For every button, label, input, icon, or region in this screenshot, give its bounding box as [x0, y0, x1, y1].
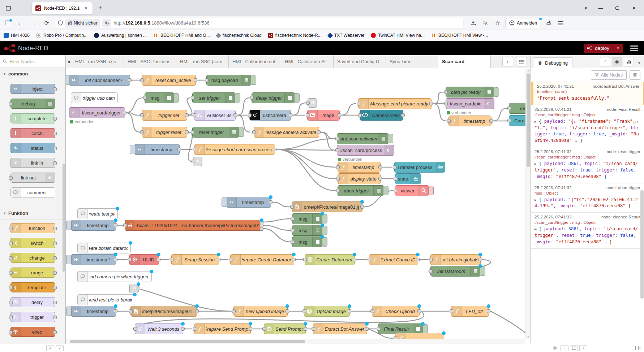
tab-scroll-left-icon[interactable]: ◀ [66, 55, 72, 68]
input-port[interactable] [9, 330, 13, 334]
node-fn-set-bbrain-globals[interactable]: ƒset bbrain globals [430, 254, 481, 265]
output-port[interactable] [304, 327, 307, 331]
bookmark-item[interactable]: Auswertung | sonnen ... [94, 33, 147, 38]
node-fn-trigger-reset[interactable]: ƒtrigger reset [142, 127, 187, 138]
input-port[interactable] [9, 316, 13, 319]
node-image[interactable]: image [307, 110, 340, 121]
output-port[interactable] [53, 301, 57, 304]
dashboard-tab-icon[interactable] [624, 57, 634, 66]
node-debug-reset-trigger[interactable]: reset trigger [192, 127, 239, 138]
signin-button[interactable]: Anmelden [505, 18, 541, 28]
input-port[interactable] [357, 102, 360, 105]
node-fn-timestamp-transfer[interactable]: ƒtimestamp [338, 162, 381, 173]
node-fn-extract-bot-answer[interactable]: ƒExtract Bot Answer [313, 323, 367, 334]
input-port[interactable] [128, 258, 132, 261]
palette-node-comment[interactable]: comment [10, 187, 55, 197]
node-comment-trigger-usb-cam[interactable]: trigger usb cam [71, 92, 118, 103]
back-icon[interactable]: ← [16, 18, 25, 28]
output-port[interactable] [53, 242, 57, 245]
node-fn-display-state[interactable]: ƒdisplay state [338, 173, 381, 184]
node-usbcamera[interactable]: usbcamera [249, 110, 291, 121]
input-port[interactable] [193, 113, 196, 117]
translate-icon[interactable]: x̄A [481, 18, 490, 28]
palette-node-link-in[interactable]: link in [10, 158, 55, 168]
node-file-write-image01[interactable]: /home/pi/Pictures/image01.jpg [292, 201, 362, 212]
url-bar[interactable]: Nicht sicher http://192.168.0.5:1880/#fl… [55, 18, 463, 29]
output-port[interactable] [181, 327, 185, 331]
console-expand-icon[interactable] [634, 345, 642, 351]
palette-node-change[interactable]: change [10, 253, 55, 263]
node-fn-message-abort-card-scan[interactable]: ƒMessage abort card scan process [194, 144, 275, 155]
bookmark-item[interactable]: ⊕Robo Pro / Computin... [36, 33, 87, 38]
node-comment-create-test-pic[interactable]: create test pic [77, 208, 118, 219]
output-port[interactable] [53, 256, 57, 260]
node-link-out-top[interactable] [308, 98, 317, 108]
url-text[interactable]: http://192.168.0.5:1880/#flow/d86a4a19.6… [113, 20, 209, 26]
input-port[interactable] [447, 119, 451, 123]
output-port[interactable] [123, 111, 126, 114]
debug-toggle-button[interactable] [235, 93, 240, 103]
output-port[interactable] [114, 223, 117, 227]
bookmark-item[interactable]: TXT Webserver [328, 33, 365, 38]
extensions-icon[interactable] [544, 18, 553, 28]
node-fn-led-off[interactable]: ƒLED_off [451, 306, 489, 317]
input-port[interactable] [133, 327, 137, 331]
node-ui-camera-view[interactable]: Camera view [360, 110, 403, 121]
output-port[interactable] [233, 113, 237, 117]
node-comment-send-test-pic[interactable]: send test pic to bbrain [77, 294, 135, 305]
output-port[interactable] [429, 102, 433, 105]
palette-node-template[interactable]: {template [10, 282, 55, 292]
output-port[interactable] [157, 258, 160, 261]
node-trigger-ausloeser-3s[interactable]: Auslöser 3s [194, 110, 236, 121]
output-port[interactable] [417, 309, 421, 313]
palette-scrollbar[interactable] [63, 164, 65, 272]
node-debug-delay-trigger[interactable]: delay trigger [252, 92, 295, 103]
debug-toggle-button[interactable] [294, 93, 300, 103]
node-debug-msg-2[interactable]: msg [292, 225, 323, 236]
node-fn-check-upload[interactable]: ƒCheck Upload [372, 306, 420, 317]
output-port[interactable] [378, 165, 382, 169]
node-debug-set-trigger[interactable]: set trigger [192, 92, 236, 103]
node-inject-timestamp-test[interactable]: timestamp [71, 220, 116, 231]
output-port[interactable] [53, 286, 57, 290]
input-port[interactable] [9, 271, 13, 275]
node-comment-create-bbrain-dataroom[interactable]: create bbrain dataroom [77, 243, 131, 253]
input-port[interactable] [336, 189, 340, 192]
palette-node-complete[interactable]: complete [10, 113, 55, 123]
palette-node-exec[interactable]: exec [10, 327, 55, 337]
flow-tab-sync-time[interactable]: Sync Time [386, 55, 438, 68]
node-fn-prepare-create-dataroom[interactable]: ƒPrepare Create Dataroom [230, 254, 294, 265]
palette-node-link-out[interactable]: link out [10, 173, 55, 183]
output-port[interactable] [53, 227, 57, 230]
palette-node-switch[interactable]: switch [10, 238, 55, 248]
sidebar-scrollbar[interactable] [640, 190, 644, 299]
input-port[interactable] [306, 101, 310, 105]
debug-toggle-button[interactable] [480, 266, 485, 276]
output-port[interactable] [317, 130, 321, 134]
input-port[interactable] [9, 256, 13, 260]
debug-message[interactable]: 25.2.2026, 07:41:21node: Extract Bot Ans… [531, 82, 644, 105]
input-port[interactable] [232, 309, 236, 313]
new-tab-button[interactable]: + [95, 4, 106, 13]
input-port[interactable] [336, 165, 340, 169]
node-link-in-send[interactable] [129, 284, 139, 293]
output-port[interactable] [185, 130, 189, 134]
node-fn-trigger-set[interactable]: ƒtrigger set [142, 110, 187, 121]
node-debug-abort-trigger[interactable]: abort trigger [338, 185, 384, 196]
input-port[interactable] [507, 119, 511, 122]
output-port[interactable] [137, 287, 140, 290]
output-port[interactable] [273, 148, 276, 151]
output-port[interactable] [217, 258, 220, 261]
debug-message[interactable]: 25.2.2026, 07:41:32node: cleaned Resulti… [531, 213, 644, 248]
bookmark-star-icon[interactable]: ☆ [493, 18, 502, 28]
input-port[interactable] [302, 309, 306, 313]
palette-node-status[interactable]: status [10, 143, 55, 153]
canvas-vscrollbar[interactable]: ∧∨ [525, 68, 531, 339]
debug-message[interactable]: 25.2.2026, 07:41:32node: abort triggerms… [531, 183, 644, 213]
input-port[interactable] [9, 227, 13, 230]
node-fn-reset-cam-active[interactable]: ƒreset cam_active [142, 75, 196, 86]
add-flow-button[interactable]: + [502, 57, 513, 66]
node-fn-timestamp-picready[interactable]: ƒtimestamp [448, 116, 491, 126]
flow-tab-save-load-config-d[interactable]: Save/Load Config D [334, 55, 386, 68]
node-mqtt-in-scan-card-trigger[interactable]: i/scan_card/triggerverbunden [69, 107, 125, 118]
